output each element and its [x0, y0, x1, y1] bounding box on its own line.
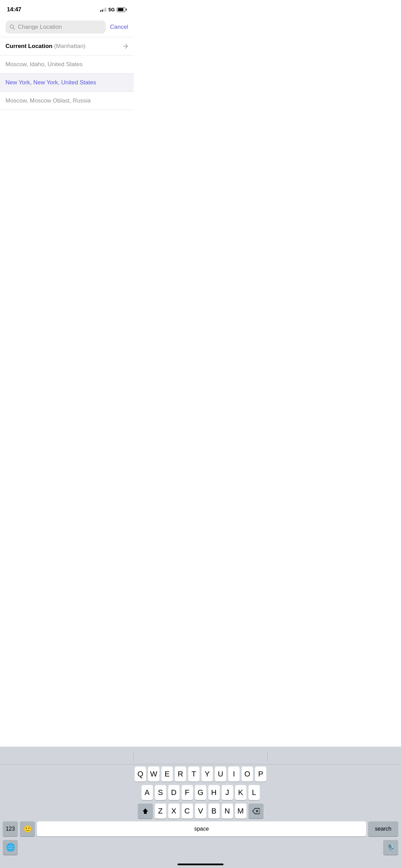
- battery-icon: [117, 8, 127, 12]
- svg-line-1: [13, 28, 15, 29]
- cancel-button[interactable]: Cancel: [110, 24, 128, 31]
- location-item-moscow-idaho[interactable]: Moscow, Idaho, United States: [0, 56, 134, 73]
- location-sub-current: (Manhattan): [52, 43, 85, 49]
- divider-4: [0, 110, 134, 110]
- search-input[interactable]: [18, 24, 102, 31]
- status-bar: 14:47 5G: [0, 0, 134, 17]
- status-icons: 5G: [100, 7, 127, 12]
- location-item-new-york[interactable]: New York, New York, United States: [0, 74, 134, 92]
- status-time: 14:47: [7, 6, 21, 13]
- location-item-current[interactable]: Current Location (Manhattan): [0, 37, 134, 55]
- location-list: Current Location (Manhattan) Moscow, Ida…: [0, 37, 134, 110]
- search-input-wrapper[interactable]: [5, 21, 106, 34]
- location-item-moscow-russia[interactable]: Moscow, Moscow Oblast, Russia: [0, 92, 134, 110]
- location-text-moscow-russia: Moscow, Moscow Oblast, Russia: [5, 97, 128, 104]
- network-type: 5G: [108, 7, 115, 12]
- signal-icon: [100, 8, 106, 12]
- location-text-current: Current Location (Manhattan): [5, 43, 123, 50]
- search-icon: [10, 24, 15, 30]
- location-text-new-york: New York, New York, United States: [5, 79, 128, 86]
- search-bar-container: Cancel: [0, 17, 134, 37]
- location-main-current: Current Location: [5, 43, 52, 49]
- location-text-moscow-idaho: Moscow, Idaho, United States: [5, 61, 128, 68]
- arrow-icon: [123, 44, 128, 49]
